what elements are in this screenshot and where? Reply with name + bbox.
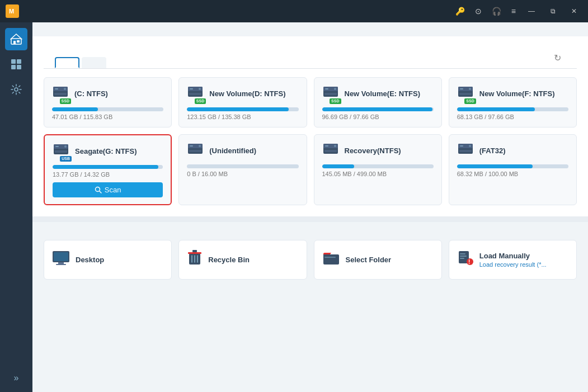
svg-rect-4 [17, 40, 20, 42]
drive-badge-2: SSD [330, 98, 341, 104]
progress-bar-fill-4 [53, 165, 158, 169]
close-button[interactable]: ✕ [566, 3, 582, 20]
svg-text:!: ! [468, 259, 470, 265]
drives-grid-wrapper: SSD (C: NTFS) 47.01 GB / 115.83 GB SSD N… [44, 69, 577, 208]
recover-label-0: Desktop [76, 256, 104, 264]
drive-icon-5 [187, 141, 204, 160]
svg-rect-6 [17, 59, 21, 64]
drive-size-5: 0 B / 16.00 MB [187, 171, 298, 177]
refresh-button[interactable]: ↻ [549, 50, 566, 65]
drive-size-1: 123.15 GB / 135.38 GB [187, 114, 298, 120]
drive-icon-6 [322, 141, 339, 160]
svg-rect-57 [188, 252, 201, 254]
progress-bar-fill-0 [52, 107, 98, 111]
drive-icon-wrap-7 [457, 141, 474, 160]
drive-size-0: 47.01 GB / 115.83 GB [52, 114, 163, 120]
progress-bar-fill-2 [322, 107, 432, 111]
minimize-button[interactable]: — [523, 3, 540, 20]
progress-bar-bg-6 [322, 164, 434, 168]
progress-bar-fill-7 [457, 164, 533, 168]
progress-bar-bg-1 [187, 107, 298, 111]
recover-card-0[interactable]: Desktop [44, 240, 172, 280]
sidebar-item-home[interactable] [5, 28, 27, 50]
titlebar-icons: 🔑 ⊙ 🎧 ≡ — ⧉ ✕ [453, 3, 582, 20]
drive-card-3[interactable]: SSD New Volume(F: NTFS) 68.13 GB / 97.66… [449, 77, 577, 127]
progress-bar-bg-0 [52, 107, 163, 111]
svg-rect-14 [54, 93, 67, 95]
svg-rect-19 [189, 93, 201, 95]
svg-rect-51 [459, 150, 472, 152]
drive-card-2[interactable]: SSD New Volume(E: NTFS) 96.69 GB / 97.66… [314, 77, 442, 127]
drive-name-5: (Unidentified) [209, 147, 256, 155]
svg-point-33 [64, 145, 67, 148]
recover-grid: Desktop Recycle Bin Select Folder ! Load… [44, 240, 577, 280]
svg-rect-39 [190, 145, 193, 147]
recover-label-2: Select Folder [346, 256, 392, 264]
drive-card-0[interactable]: SSD (C: NTFS) 47.01 GB / 115.83 GB [44, 77, 172, 127]
svg-rect-17 [190, 88, 193, 89]
recover-sublabel-3: Load recovery result (*... [479, 261, 547, 268]
svg-rect-2 [11, 39, 21, 44]
drive-icon-wrap-6 [322, 141, 339, 160]
svg-point-45 [334, 145, 336, 147]
menu-icon[interactable]: ≡ [509, 6, 519, 17]
tab-logical-drives[interactable] [55, 57, 79, 68]
svg-point-23 [334, 88, 336, 90]
progress-bar-fill-3 [457, 107, 535, 111]
headphone-icon[interactable]: 🎧 [489, 6, 504, 17]
svg-rect-34 [55, 150, 67, 153]
drive-name-1: New Volume(D: NTFS) [209, 89, 285, 98]
svg-rect-24 [324, 93, 337, 95]
recover-section: Desktop Recycle Bin Select Folder ! Load… [32, 222, 588, 288]
drive-size-3: 68.13 GB / 97.66 GB [457, 114, 568, 120]
recover-label-1: Recycle Bin [208, 256, 250, 264]
sidebar-item-settings[interactable] [5, 78, 27, 101]
svg-rect-27 [460, 88, 463, 89]
tabs-area: ↻ [44, 45, 577, 69]
drive-card-4[interactable]: USB Seagate(G: NTFS) 13.77 GB / 14.32 GB… [44, 134, 172, 205]
sidebar-more[interactable]: » [5, 370, 27, 386]
svg-rect-49 [460, 145, 463, 147]
drive-icon-wrap-3: SSD [457, 84, 474, 103]
drive-badge-4: USB [60, 156, 72, 162]
key-icon[interactable]: 🔑 [453, 6, 468, 17]
progress-bar-fill-6 [322, 164, 355, 168]
drive-card-7[interactable]: (FAT32) 68.32 MB / 100.00 MB [449, 134, 577, 205]
recover-card-2[interactable]: Select Folder [314, 240, 442, 280]
drive-card-5[interactable]: (Unidentified) 0 B / 16.00 MB [178, 134, 307, 205]
svg-point-28 [469, 88, 471, 90]
recover-card-3[interactable]: ! Load Manually Load recovery result (*.… [449, 240, 577, 280]
svg-line-36 [100, 191, 101, 193]
svg-rect-46 [324, 150, 337, 152]
sidebar-item-grid[interactable] [5, 53, 27, 75]
circle-icon[interactable]: ⊙ [472, 6, 484, 17]
svg-rect-32 [55, 146, 59, 147]
progress-bar-bg-2 [322, 107, 434, 111]
drive-badge-0: SSD [60, 98, 71, 104]
scan-button[interactable]: Scan [53, 182, 163, 197]
drive-badge-1: SSD [195, 98, 206, 104]
tab-devices[interactable] [82, 57, 106, 68]
app-body: » ↻ SSD [0, 22, 588, 392]
drive-card-6[interactable]: Recovery(NTFS) 145.05 MB / 499.00 MB [314, 134, 442, 205]
recover-card-1[interactable]: Recycle Bin [178, 240, 307, 280]
svg-rect-53 [54, 252, 68, 261]
drive-card-header-0: SSD (C: NTFS) [52, 84, 163, 103]
drive-name-4: Seagate(G: NTFS) [75, 147, 137, 155]
svg-rect-29 [459, 93, 472, 95]
drive-card-1[interactable]: SSD New Volume(D: NTFS) 123.15 GB / 135.… [178, 77, 307, 127]
recycle-bin-icon [187, 249, 203, 270]
page-header [32, 22, 588, 36]
desktop-icon [52, 250, 70, 270]
drive-icon-wrap-0: SSD [52, 84, 69, 103]
section-separator [32, 216, 588, 222]
drive-size-2: 96.69 GB / 97.66 GB [322, 114, 434, 120]
drive-card-header-6: Recovery(NTFS) [322, 141, 434, 160]
restore-button[interactable]: ⧉ [544, 3, 561, 20]
svg-rect-7 [11, 65, 16, 69]
drive-size-6: 145.05 MB / 499.00 MB [322, 171, 434, 177]
drive-name-0: (C: NTFS) [74, 89, 108, 98]
svg-text:M: M [9, 8, 14, 15]
drive-card-header-5: (Unidentified) [187, 141, 298, 160]
drive-card-header-7: (FAT32) [457, 141, 568, 160]
